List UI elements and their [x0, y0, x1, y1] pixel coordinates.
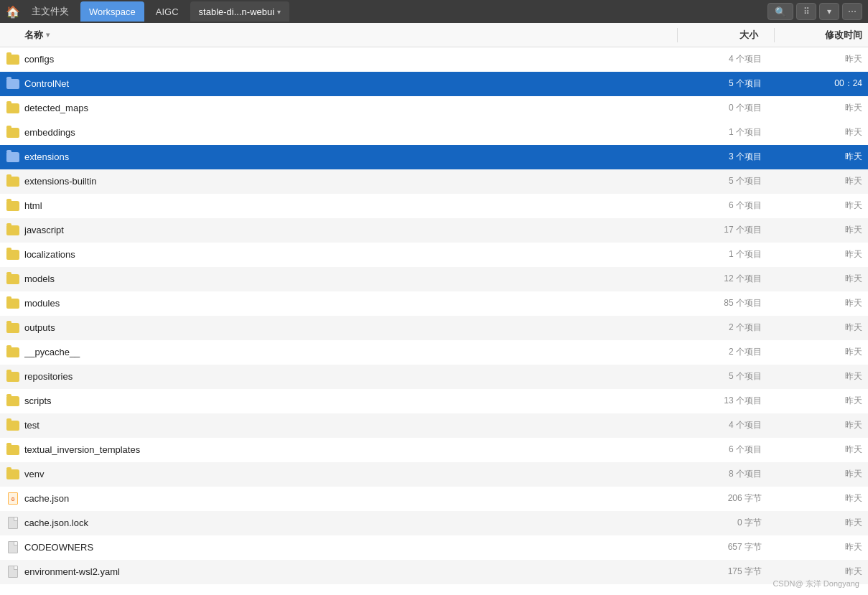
file-manager: 名称 ▾ 大小 修改时间 configs4 个项目昨天ControlNet5 个… — [0, 23, 868, 595]
file-modified-label: 昨天 — [776, 346, 862, 358]
file-type-icon — [6, 199, 20, 213]
column-header: 名称 ▾ 大小 修改时间 — [0, 23, 868, 47]
file-size-label: 0 个项目 — [683, 102, 776, 114]
file-name-label: textual_inversion_templates — [24, 444, 683, 455]
file-name-label: extensions-builtin — [24, 176, 683, 187]
file-name-label: test — [24, 420, 683, 431]
home-icon[interactable]: 🏠 — [6, 4, 20, 19]
file-type-icon — [6, 321, 20, 335]
file-list: configs4 个项目昨天ControlNet5 个项目00：24detect… — [0, 47, 868, 595]
list-item[interactable]: repositories5 个项目昨天 — [0, 365, 868, 389]
col-name-header[interactable]: 名称 ▾ — [24, 29, 676, 42]
file-modified-label: 昨天 — [776, 468, 862, 480]
list-item[interactable]: outputs2 个项目昨天 — [0, 316, 868, 340]
file-size-label: 5 个项目 — [683, 78, 776, 90]
file-type-icon — [6, 272, 20, 286]
separator-1 — [677, 28, 678, 42]
list-item[interactable]: {}cache.json206 字节昨天 — [0, 487, 868, 511]
file-size-label: 8 个项目 — [683, 468, 776, 480]
dropdown-button[interactable]: ▾ — [819, 3, 839, 20]
list-item[interactable]: configs4 个项目昨天 — [0, 47, 868, 72]
file-size-label: 206 字节 — [683, 492, 776, 505]
file-modified-label: 昨天 — [776, 248, 862, 261]
list-item[interactable]: javascript17 个项目昨天 — [0, 218, 868, 243]
file-name-label: outputs — [24, 322, 683, 333]
file-modified-label: 昨天 — [776, 322, 862, 334]
dropdown-arrow-icon: ▾ — [277, 8, 281, 16]
file-modified-label: 昨天 — [776, 151, 862, 163]
list-item[interactable]: extensions3 个项目昨天 — [0, 145, 868, 169]
list-item[interactable]: scripts13 个项目昨天 — [0, 389, 868, 413]
list-item[interactable]: test4 个项目昨天 — [0, 413, 868, 438]
file-name-label: venv — [24, 469, 683, 479]
list-item[interactable]: embeddings1 个项目昨天 — [0, 121, 868, 145]
current-path-label: stable-di...n-webui — [199, 6, 275, 17]
file-name-label: localizations — [24, 249, 683, 260]
file-modified-label: 昨天 — [776, 395, 862, 407]
separator-2 — [774, 28, 775, 42]
tab-current-path[interactable]: stable-di...n-webui ▾ — [190, 1, 290, 22]
col-size-header[interactable]: 大小 — [679, 29, 773, 42]
list-item[interactable]: models12 个项目昨天 — [0, 267, 868, 291]
file-type-icon — [6, 540, 20, 555]
tab-aigc[interactable]: AIGC — [147, 1, 187, 22]
file-name-label: javascript — [24, 225, 683, 235]
file-type-icon — [6, 394, 20, 408]
file-type-icon — [6, 516, 20, 530]
file-size-label: 13 个项目 — [683, 395, 776, 407]
file-modified-label: 昨天 — [776, 370, 862, 383]
file-modified-label: 昨天 — [776, 541, 862, 553]
list-item[interactable]: __pycache__2 个项目昨天 — [0, 340, 868, 365]
file-modified-label: 00：24 — [776, 78, 862, 90]
more-options-button[interactable]: ⋯ — [842, 3, 862, 20]
list-item[interactable]: ControlNet5 个项目00：24 — [0, 72, 868, 96]
spacer-icon — [6, 28, 20, 42]
file-modified-label: 昨天 — [776, 492, 862, 505]
file-size-label: 4 个项目 — [683, 419, 776, 431]
file-size-label: 6 个项目 — [683, 444, 776, 456]
file-type-icon — [6, 223, 20, 238]
file-size-label: 5 个项目 — [683, 370, 776, 383]
list-item[interactable]: html6 个项目昨天 — [0, 194, 868, 218]
file-modified-label: 昨天 — [776, 517, 862, 529]
file-size-label: 4 个项目 — [683, 53, 776, 65]
file-size-label: 2 个项目 — [683, 322, 776, 334]
file-type-icon — [6, 150, 20, 164]
file-name-label: CODEOWNERS — [24, 542, 683, 553]
file-type-icon — [6, 101, 20, 116]
file-modified-label: 昨天 — [776, 419, 862, 431]
file-modified-label: 昨天 — [776, 297, 862, 309]
watermark: CSDN@ 东洋 Dongyang — [773, 578, 859, 589]
file-size-label: 2 个项目 — [683, 346, 776, 358]
file-modified-label: 昨天 — [776, 224, 862, 236]
file-name-label: modules — [24, 298, 683, 309]
list-item[interactable]: textual_inversion_templates6 个项目昨天 — [0, 438, 868, 462]
list-item[interactable]: venv8 个项目昨天 — [0, 462, 868, 487]
grid-view-button[interactable]: ⠿ — [796, 3, 816, 20]
list-item[interactable]: detected_maps0 个项目昨天 — [0, 96, 868, 121]
file-type-icon — [6, 248, 20, 262]
list-item[interactable]: CODEOWNERS657 字节昨天 — [0, 535, 868, 560]
file-size-label: 12 个项目 — [683, 273, 776, 285]
file-type-icon — [6, 370, 20, 384]
list-item[interactable]: modules85 个项目昨天 — [0, 291, 868, 316]
file-name-label: html — [24, 200, 683, 211]
file-type-icon — [6, 174, 20, 189]
search-button[interactable]: 🔍 — [767, 3, 793, 20]
list-item[interactable]: localizations1 个项目昨天 — [0, 243, 868, 267]
list-item[interactable]: cache.json.lock0 字节昨天 — [0, 511, 868, 535]
file-size-label: 657 字节 — [683, 541, 776, 553]
file-type-icon — [6, 565, 20, 579]
list-item[interactable]: extensions-builtin5 个项目昨天 — [0, 169, 868, 194]
file-name-label: embeddings — [24, 127, 683, 138]
file-type-icon: {} — [6, 492, 20, 506]
file-size-label: 6 个项目 — [683, 200, 776, 212]
file-name-label: configs — [24, 54, 683, 65]
col-modified-header[interactable]: 修改时间 — [776, 29, 862, 42]
file-size-label: 1 个项目 — [683, 248, 776, 261]
list-item[interactable]: environment-wsl2.yaml175 字节昨天 — [0, 560, 868, 584]
file-modified-label: 昨天 — [776, 566, 862, 578]
tab-home[interactable]: 主文件夹 — [23, 1, 78, 22]
tab-workspace[interactable]: Workspace — [80, 1, 144, 22]
file-name-label: cache.json — [24, 493, 683, 504]
